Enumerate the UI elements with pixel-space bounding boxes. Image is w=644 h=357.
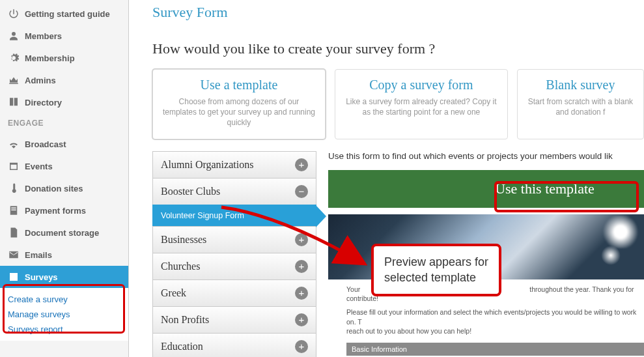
preview-line: Your xyxy=(346,285,360,293)
acc-sub-volunteer[interactable]: Volunteer Signup Form xyxy=(152,205,316,226)
option-title: Use a template xyxy=(162,78,316,93)
nav-label: Membership xyxy=(25,53,75,63)
option-desc: Like a survey form already created? Copy… xyxy=(344,96,498,117)
gear-icon xyxy=(8,52,20,64)
nav-surveys[interactable]: Surveys xyxy=(0,266,128,288)
plus-icon: + xyxy=(295,260,308,273)
use-template-button[interactable]: Use this template xyxy=(328,170,644,208)
acc-alumni[interactable]: Alumni Organizations+ xyxy=(152,151,316,178)
option-title: Copy a survey form xyxy=(344,78,498,93)
nav-label: Members xyxy=(25,31,62,41)
page-title: Survey Form xyxy=(152,4,644,21)
acc-label: Education xyxy=(161,341,203,352)
power-icon xyxy=(8,8,20,20)
sublink-create[interactable]: Create a survey xyxy=(8,292,128,307)
sublink-report[interactable]: Surveys report xyxy=(8,322,128,337)
nav-events[interactable]: Events xyxy=(0,155,128,177)
doc-icon xyxy=(8,227,20,238)
nav-payment-forms[interactable]: Payment forms xyxy=(0,199,128,221)
form-icon xyxy=(8,205,20,216)
nav-document-storage[interactable]: Document storage xyxy=(0,221,128,244)
nav-section-engage: ENGAGE xyxy=(0,113,128,133)
nav-label: Donation sites xyxy=(25,184,83,193)
nav-membership[interactable]: Membership xyxy=(0,47,128,69)
nav-label: Events xyxy=(25,162,53,171)
preview-desc: Use this form to find out which events o… xyxy=(328,151,644,161)
option-blank[interactable]: Blank survey Start from scratch with a b… xyxy=(517,69,644,139)
plus-icon: + xyxy=(295,158,308,171)
acc-label: Churches xyxy=(161,261,200,272)
acc-education[interactable]: Education+ xyxy=(152,333,316,357)
minus-icon: − xyxy=(295,185,308,198)
acc-label: Booster Clubs xyxy=(161,186,220,197)
nav-label: Getting started guide xyxy=(25,9,110,19)
nav-admins[interactable]: Admins xyxy=(0,69,128,91)
crown-icon xyxy=(8,74,20,86)
plus-icon: + xyxy=(295,233,308,246)
option-use-template[interactable]: Use a template Choose from among dozens … xyxy=(152,69,326,139)
create-question: How would you like to create your survey… xyxy=(152,40,644,57)
book-icon xyxy=(8,96,20,108)
nav-directory[interactable]: Directory xyxy=(0,91,128,113)
nav-label: Payment forms xyxy=(25,206,86,216)
acc-label: Alumni Organizations xyxy=(161,159,253,171)
plus-icon: + xyxy=(295,313,308,326)
surveys-sublinks: Create a survey Manage surveys Surveys r… xyxy=(0,288,128,341)
check-icon xyxy=(8,271,20,283)
use-template-label: Use this template xyxy=(495,180,595,197)
acc-label: Businesses xyxy=(161,234,206,246)
svg-point-0 xyxy=(12,32,16,36)
callout-line: Preview appears for xyxy=(384,255,488,268)
preview-line: Please fill out your information and sel… xyxy=(346,308,636,326)
acc-businesses[interactable]: Businesses+ xyxy=(152,226,316,253)
nav-emails[interactable]: Emails xyxy=(0,244,128,266)
sublink-manage[interactable]: Manage surveys xyxy=(8,307,128,322)
sidebar: Getting started guide Members Membership… xyxy=(0,0,129,357)
nav-getting-started[interactable]: Getting started guide xyxy=(0,3,128,25)
acc-label: Greek xyxy=(161,287,186,299)
nav-label: Surveys xyxy=(25,272,58,282)
preview-section-header: Basic Information xyxy=(346,343,644,356)
option-desc: Choose from among dozens of our template… xyxy=(162,96,316,128)
template-categories: Alumni Organizations+ Booster Clubs− Vol… xyxy=(152,151,316,357)
option-copy-form[interactable]: Copy a survey form Like a survey form al… xyxy=(335,69,508,139)
main-content: Survey Form How would you like to create… xyxy=(129,0,644,357)
option-cards-row: Use a template Choose from among dozens … xyxy=(152,69,644,139)
nav-label: Emails xyxy=(25,250,52,260)
acc-label: Non Profits xyxy=(161,314,209,326)
nav-donation-sites[interactable]: Donation sites xyxy=(0,177,128,199)
plus-icon: + xyxy=(295,340,308,353)
acc-greek[interactable]: Greek+ xyxy=(152,279,316,306)
preview-line: reach out to you about how you can help! xyxy=(346,327,471,335)
acc-nonprofits[interactable]: Non Profits+ xyxy=(152,306,316,333)
wifi-icon xyxy=(8,138,20,150)
nav-label: Admins xyxy=(25,76,56,85)
thermo-icon xyxy=(8,182,20,194)
calendar-icon xyxy=(8,160,20,172)
option-desc: Start from scratch with a blank and dona… xyxy=(527,96,634,117)
preview-line: throughout the year. Thank you for xyxy=(529,285,634,293)
callout-line: selected template xyxy=(384,271,476,284)
acc-booster[interactable]: Booster Clubs− xyxy=(152,178,316,205)
person-icon xyxy=(8,30,20,42)
acc-churches[interactable]: Churches+ xyxy=(152,253,316,279)
plus-icon: + xyxy=(295,287,308,300)
nav-members[interactable]: Members xyxy=(0,25,128,47)
mail-icon xyxy=(8,249,20,261)
option-title: Blank survey xyxy=(527,78,634,93)
annotation-callout: Preview appears for selected template xyxy=(371,244,501,296)
nav-label: Document storage xyxy=(25,228,99,238)
nav-label: Directory xyxy=(25,98,62,107)
nav-label: Broadcast xyxy=(25,139,66,149)
nav-broadcast[interactable]: Broadcast xyxy=(0,133,128,155)
